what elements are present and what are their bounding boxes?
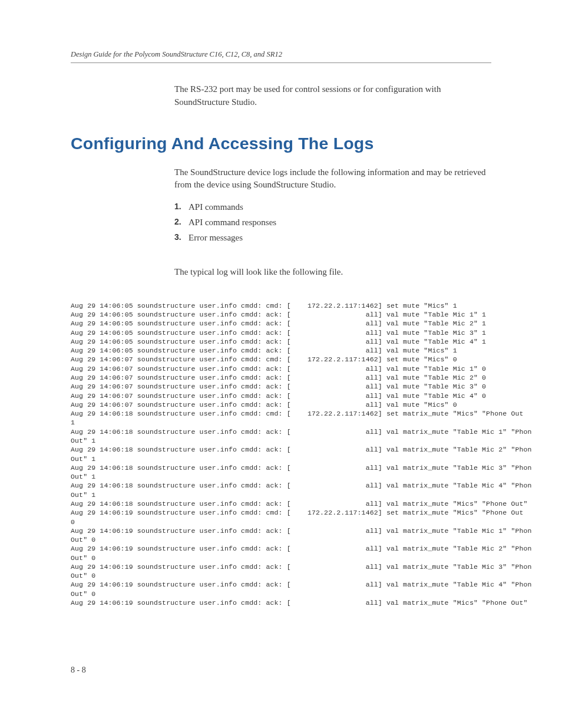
list-item-text: API command responses <box>189 215 276 229</box>
list-item-text: API commands <box>189 200 243 214</box>
log-output: Aug 29 14:06:05 soundstructure user.info… <box>71 301 491 608</box>
header-rule <box>71 62 491 63</box>
section-lead-paragraph: The SoundStructure device logs include t… <box>174 166 491 192</box>
list-item: 3. Error messages <box>174 230 491 245</box>
post-list-paragraph: The typical log will look like the follo… <box>174 266 491 279</box>
running-header: Design Guide for the Polycom SoundStruct… <box>71 50 491 59</box>
list-item: 1. API commands <box>174 200 491 214</box>
list-item: 2. API command responses <box>174 215 491 229</box>
list-item-text: Error messages <box>189 230 243 245</box>
page-number: 8 - 8 <box>71 666 86 675</box>
list-number: 2. <box>174 215 189 229</box>
intro-paragraph: The RS-232 port may be used for control … <box>174 83 491 109</box>
section-heading: Configuring And Accessing The Logs <box>71 134 491 153</box>
list-number: 3. <box>174 230 189 245</box>
numbered-list: 1. API commands 2. API command responses… <box>174 200 491 245</box>
list-number: 1. <box>174 200 189 214</box>
